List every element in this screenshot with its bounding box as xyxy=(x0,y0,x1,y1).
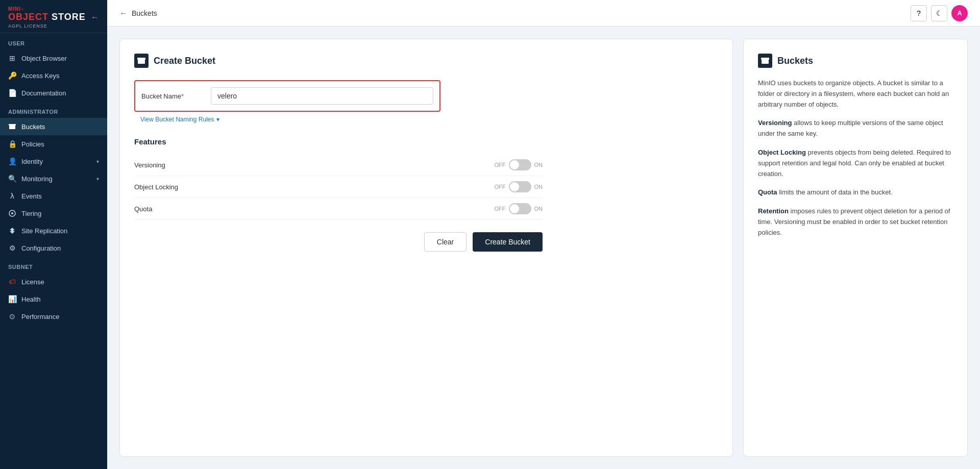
card-title: Create Bucket xyxy=(154,56,215,66)
page-content: Create Bucket Bucket Name* View Bucket N… xyxy=(107,27,980,469)
breadcrumb-current: Buckets xyxy=(132,9,157,17)
events-icon: λ xyxy=(8,192,16,200)
topbar: ← Buckets ? ☾ A xyxy=(107,0,980,27)
bucket-name-input[interactable] xyxy=(211,87,433,105)
info-text-object-locking: Object Locking prevents objects from bei… xyxy=(758,147,953,179)
sidebar-item-policies[interactable]: 🔒 Policies xyxy=(0,135,107,153)
clear-button[interactable]: Clear xyxy=(424,232,467,252)
sidebar-item-label: Buckets xyxy=(21,123,99,131)
sidebar-item-health[interactable]: 📊 Health xyxy=(0,290,107,308)
naming-rules-link[interactable]: View Bucket Naming Rules ▾ xyxy=(134,116,718,123)
sidebar-item-tiering[interactable]: Tiering xyxy=(0,205,107,222)
sidebar-item-monitoring[interactable]: 🔍 Monitoring ▾ xyxy=(0,170,107,187)
sidebar-item-label: Object Browser xyxy=(21,55,99,62)
object-browser-icon: ⊞ xyxy=(8,54,16,62)
sidebar-item-label: Policies xyxy=(21,140,99,148)
identity-icon: 👤 xyxy=(8,157,16,165)
sidebar: MINI○ OBJECT STORE AGPL LICENSE ← User ⊞… xyxy=(0,0,107,469)
performance-icon: ⊙ xyxy=(8,312,16,320)
topbar-actions: ? ☾ A xyxy=(911,5,968,21)
logo-area: MINI○ OBJECT STORE AGPL LICENSE ← xyxy=(0,0,107,33)
quota-off-label: OFF xyxy=(495,206,506,212)
quota-toggle[interactable] xyxy=(509,203,531,214)
section-user-label: User xyxy=(0,33,107,50)
configuration-icon: ⚙ xyxy=(8,244,16,252)
sidebar-item-documentation[interactable]: 📄 Documentation xyxy=(0,84,107,102)
main-content: ← Buckets ? ☾ A Create Bucket Bucket Nam… xyxy=(107,0,980,469)
card-header: Create Bucket xyxy=(134,54,718,68)
section-subnet-label: Subnet xyxy=(0,257,107,273)
back-button[interactable]: ← xyxy=(119,9,128,18)
sidebar-item-label: Configuration xyxy=(21,244,99,252)
sidebar-item-label: Events xyxy=(21,192,99,200)
chevron-down-icon: ▾ xyxy=(216,116,219,123)
sidebar-item-label: Health xyxy=(21,295,99,303)
info-text-quota: Quota limits the amount of data in the b… xyxy=(758,187,953,198)
svg-rect-6 xyxy=(761,58,769,60)
chevron-down-icon: ▾ xyxy=(96,159,99,164)
health-icon: 📊 xyxy=(8,295,16,303)
info-text-retention: Retention imposes rules to prevent objec… xyxy=(758,206,953,238)
sidebar-item-events[interactable]: λ Events xyxy=(0,187,107,205)
access-keys-icon: 🔑 xyxy=(8,71,16,80)
sidebar-item-label: License xyxy=(21,278,99,286)
info-text-intro: MinIO uses buckets to organize objects. … xyxy=(758,78,953,110)
feature-row-quota: Quota OFF ON xyxy=(134,198,543,220)
sidebar-item-access-keys[interactable]: 🔑 Access Keys xyxy=(0,67,107,84)
info-panel: Buckets MinIO uses buckets to organize o… xyxy=(743,39,968,457)
quota-on-label: ON xyxy=(534,206,543,212)
section-administrator-label: Administrator xyxy=(0,102,107,118)
svg-rect-5 xyxy=(138,60,145,64)
sidebar-item-label: Access Keys xyxy=(21,72,99,80)
quota-toggle-container: OFF ON xyxy=(495,203,543,214)
bucket-card-icon xyxy=(134,54,149,68)
collapse-button[interactable]: ← xyxy=(91,13,99,22)
info-text-versioning: Versioning allows to keep multiple versi… xyxy=(758,118,953,139)
svg-point-3 xyxy=(11,212,13,214)
buckets-icon xyxy=(8,122,16,131)
logo-wordmark: OBJECT STORE xyxy=(8,12,86,22)
object-locking-on-label: ON xyxy=(534,184,543,190)
versioning-toggle-container: OFF ON xyxy=(495,159,543,170)
logo-mini: MINI○ xyxy=(8,6,86,12)
bucket-name-form-row: Bucket Name* xyxy=(134,80,440,112)
object-locking-toggle[interactable] xyxy=(509,181,531,192)
feature-label-quota: Quota xyxy=(134,205,152,213)
monitoring-icon: 🔍 xyxy=(8,175,16,183)
action-row: Clear Create Bucket xyxy=(134,232,543,252)
site-replication-icon xyxy=(8,227,16,235)
sidebar-item-performance[interactable]: ⊙ Performance xyxy=(0,308,107,325)
sidebar-item-configuration[interactable]: ⚙ Configuration xyxy=(0,239,107,257)
avatar[interactable]: A xyxy=(951,5,968,21)
create-bucket-button[interactable]: Create Bucket xyxy=(473,232,543,252)
tiering-icon xyxy=(8,209,16,217)
feature-label-object-locking: Object Locking xyxy=(134,183,178,191)
versioning-toggle[interactable] xyxy=(509,159,531,170)
policies-icon: 🔒 xyxy=(8,140,16,148)
sidebar-item-label: Identity xyxy=(21,158,91,165)
license-icon: 🏷 xyxy=(8,278,16,286)
features-title: Features xyxy=(134,133,718,146)
help-button[interactable]: ? xyxy=(911,5,927,21)
chevron-down-icon: ▾ xyxy=(96,176,99,182)
sidebar-item-license[interactable]: 🏷 License xyxy=(0,273,107,290)
sidebar-item-buckets[interactable]: Buckets xyxy=(0,118,107,135)
feature-row-versioning: Versioning OFF ON xyxy=(134,154,543,176)
object-locking-toggle-container: OFF ON xyxy=(495,181,543,192)
sidebar-item-label: Performance xyxy=(21,313,99,320)
bucket-name-label: Bucket Name* xyxy=(141,92,203,100)
breadcrumb: ← Buckets xyxy=(119,9,157,18)
versioning-on-label: ON xyxy=(534,162,543,168)
svg-rect-0 xyxy=(9,124,16,126)
create-bucket-card: Create Bucket Bucket Name* View Bucket N… xyxy=(119,39,733,457)
documentation-icon: 📄 xyxy=(8,89,16,97)
versioning-off-label: OFF xyxy=(495,162,506,168)
feature-row-object-locking: Object Locking OFF ON xyxy=(134,176,543,198)
theme-toggle-button[interactable]: ☾ xyxy=(931,5,947,21)
sidebar-item-site-replication[interactable]: Site Replication xyxy=(0,222,107,239)
sidebar-item-identity[interactable]: 👤 Identity ▾ xyxy=(0,153,107,170)
logo-object: OBJECT STORE xyxy=(8,12,86,22)
sidebar-item-label: Documentation xyxy=(21,89,99,97)
svg-rect-4 xyxy=(137,58,145,60)
sidebar-item-object-browser[interactable]: ⊞ Object Browser xyxy=(0,50,107,67)
